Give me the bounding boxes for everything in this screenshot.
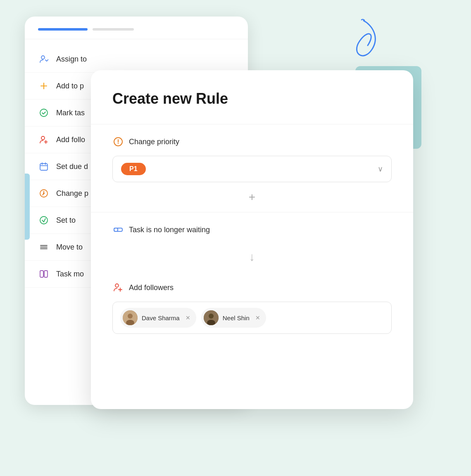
avatar-dave (123, 310, 138, 325)
priority-section-icon (112, 136, 124, 148)
svg-point-0 (41, 56, 45, 59)
check-circle-icon (38, 107, 50, 119)
arrow-connector: ↓ (112, 244, 392, 270)
plus-icon: + (249, 190, 255, 204)
tab-active[interactable] (38, 28, 88, 31)
follower-chip-dave: Dave Sharma ✕ (120, 308, 196, 328)
arrow-down-icon: ↓ (249, 250, 255, 264)
action-set-due-label: Set due d (56, 162, 88, 171)
calendar-icon (38, 161, 50, 172)
trigger-section: Task is no longer waiting (112, 224, 392, 236)
followers-section-header: Add followers (112, 282, 392, 293)
tab-inactive[interactable] (93, 28, 134, 31)
svg-point-3 (40, 109, 48, 117)
action-move-to-label: Move to (56, 243, 83, 252)
action-assign[interactable]: Assign to (25, 46, 248, 73)
tab-bar (25, 17, 248, 39)
dave-remove-button[interactable]: ✕ (186, 314, 190, 321)
side-accent (25, 174, 30, 240)
divider-top (91, 124, 413, 124)
neel-remove-button[interactable]: ✕ (255, 314, 260, 321)
priority-section-label: Change priority (129, 138, 179, 146)
svg-rect-22 (114, 228, 118, 231)
action-task-move-label: Task mo (56, 270, 84, 278)
priority-section-header: Change priority (112, 136, 392, 148)
priority-dropdown[interactable]: P1 ∨ (112, 156, 392, 182)
add-followers-icon (112, 282, 124, 293)
svg-point-12 (43, 193, 45, 194)
set-icon (38, 214, 50, 226)
svg-point-20 (118, 143, 119, 144)
plus-connector: + (112, 182, 392, 212)
svg-rect-7 (40, 164, 48, 170)
scribble-decoration (339, 17, 388, 76)
task-move-icon (38, 268, 50, 280)
add-icon (38, 80, 50, 92)
action-set-to-label: Set to (56, 216, 76, 225)
follower-neel-name: Neel Shin (223, 314, 250, 321)
svg-point-4 (41, 136, 45, 140)
add-person-icon (38, 134, 50, 145)
priority-section: Change priority P1 ∨ (112, 136, 392, 182)
action-change-priority-label: Change p (56, 189, 88, 198)
waiting-icon (112, 224, 124, 236)
svg-point-30 (209, 314, 214, 319)
avatar-neel (204, 310, 219, 325)
svg-rect-17 (40, 271, 43, 277)
action-add-followers-label: Add follo (56, 136, 85, 144)
svg-point-23 (115, 284, 119, 287)
followers-section-label: Add followers (129, 283, 174, 292)
card-title: Create new Rule (112, 90, 392, 107)
svg-point-13 (40, 217, 48, 224)
trigger-section-header: Task is no longer waiting (112, 224, 392, 236)
follower-dave-name: Dave Sharma (142, 314, 180, 321)
followers-row: Dave Sharma ✕ Neel Shin ✕ (112, 302, 392, 334)
action-add-project-label: Add to p (56, 82, 84, 90)
trigger-section-label: Task is no longer waiting (129, 226, 210, 234)
front-card: Create new Rule Change priority P1 ∨ (91, 70, 413, 409)
scene: Assign to Add to p (0, 0, 471, 476)
priority-badge: P1 (121, 163, 146, 175)
svg-point-27 (128, 314, 133, 319)
follower-chip-neel: Neel Shin ✕ (201, 308, 266, 328)
move-icon (38, 241, 50, 253)
assign-icon (38, 53, 50, 65)
action-assign-label: Assign to (56, 55, 87, 64)
chevron-down-icon: ∨ (378, 164, 383, 174)
svg-rect-18 (44, 271, 48, 277)
followers-section: Add followers Dave Sharma ✕ (112, 282, 392, 334)
divider-middle (91, 212, 413, 212)
priority-icon-back (38, 188, 50, 199)
action-mark-task-label: Mark tas (56, 109, 85, 117)
